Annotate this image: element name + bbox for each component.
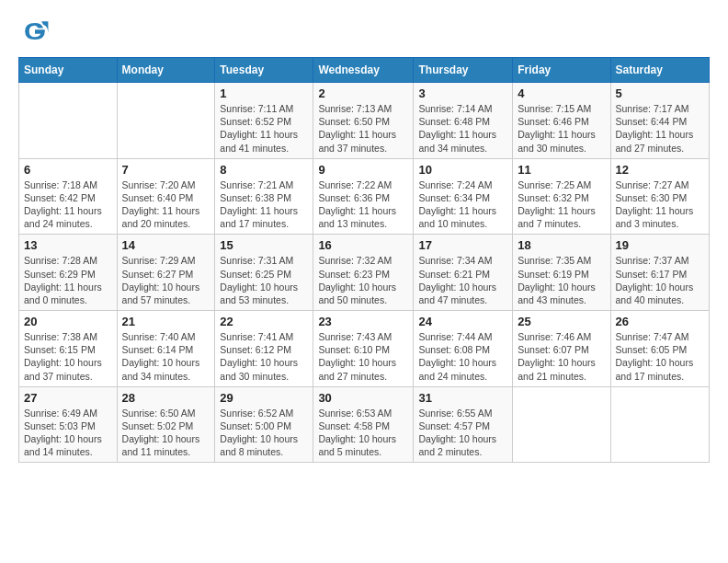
logo	[18, 15, 55, 48]
calendar-header: SundayMondayTuesdayWednesdayThursdayFrid…	[19, 58, 710, 83]
day-number: 23	[318, 315, 408, 328]
day-info: Sunrise: 6:50 AM Sunset: 5:02 PM Dayligh…	[122, 407, 210, 459]
day-number: 3	[418, 86, 507, 100]
calendar-cell	[610, 386, 710, 463]
day-number: 15	[220, 238, 308, 252]
day-info: Sunrise: 7:24 AM Sunset: 6:34 PM Dayligh…	[418, 178, 507, 231]
calendar-cell: 25Sunrise: 7:46 AM Sunset: 6:07 PM Dayli…	[513, 311, 610, 387]
calendar-cell: 5Sunrise: 7:17 AM Sunset: 6:44 PM Daylig…	[610, 83, 710, 159]
day-info: Sunrise: 7:22 AM Sunset: 6:36 PM Dayligh…	[318, 178, 408, 231]
calendar-week-row: 1Sunrise: 7:11 AM Sunset: 6:52 PM Daylig…	[19, 83, 710, 159]
header-day: Monday	[117, 58, 215, 83]
calendar-cell: 8Sunrise: 7:21 AM Sunset: 6:38 PM Daylig…	[215, 158, 313, 235]
calendar-week-row: 13Sunrise: 7:28 AM Sunset: 6:29 PM Dayli…	[19, 235, 710, 311]
day-number: 8	[220, 163, 308, 177]
day-number: 13	[24, 238, 112, 252]
day-info: Sunrise: 7:27 AM Sunset: 6:30 PM Dayligh…	[616, 178, 705, 231]
calendar-cell: 31Sunrise: 6:55 AM Sunset: 4:57 PM Dayli…	[414, 386, 513, 463]
day-info: Sunrise: 7:35 AM Sunset: 6:19 PM Dayligh…	[518, 254, 605, 306]
day-number: 25	[518, 315, 605, 328]
calendar-cell: 29Sunrise: 6:52 AM Sunset: 5:00 PM Dayli…	[215, 386, 313, 463]
day-info: Sunrise: 7:44 AM Sunset: 6:08 PM Dayligh…	[418, 330, 507, 383]
day-info: Sunrise: 6:53 AM Sunset: 4:58 PM Dayligh…	[318, 407, 408, 459]
calendar-cell: 4Sunrise: 7:15 AM Sunset: 6:46 PM Daylig…	[513, 83, 610, 159]
day-info: Sunrise: 7:28 AM Sunset: 6:29 PM Dayligh…	[24, 254, 112, 306]
day-info: Sunrise: 7:38 AM Sunset: 6:15 PM Dayligh…	[24, 330, 112, 383]
day-number: 26	[616, 315, 705, 328]
day-number: 22	[220, 315, 308, 328]
header-row: SundayMondayTuesdayWednesdayThursdayFrid…	[19, 58, 710, 83]
day-number: 24	[418, 315, 507, 328]
calendar-cell: 28Sunrise: 6:50 AM Sunset: 5:02 PM Dayli…	[117, 386, 215, 463]
header-day: Wednesday	[313, 58, 414, 83]
calendar-cell: 20Sunrise: 7:38 AM Sunset: 6:15 PM Dayli…	[19, 311, 118, 387]
calendar-week-row: 20Sunrise: 7:38 AM Sunset: 6:15 PM Dayli…	[19, 311, 710, 387]
calendar-cell	[19, 83, 118, 159]
calendar-cell: 24Sunrise: 7:44 AM Sunset: 6:08 PM Dayli…	[414, 311, 513, 387]
day-info: Sunrise: 7:40 AM Sunset: 6:14 PM Dayligh…	[122, 330, 210, 383]
main-container: SundayMondayTuesdayWednesdayThursdayFrid…	[0, 0, 728, 477]
day-info: Sunrise: 7:13 AM Sunset: 6:50 PM Dayligh…	[318, 102, 408, 155]
day-number: 4	[518, 86, 605, 100]
calendar-cell: 21Sunrise: 7:40 AM Sunset: 6:14 PM Dayli…	[117, 311, 215, 387]
day-number: 2	[318, 86, 408, 100]
calendar-table: SundayMondayTuesdayWednesdayThursdayFrid…	[18, 57, 710, 463]
day-info: Sunrise: 7:43 AM Sunset: 6:10 PM Dayligh…	[318, 330, 408, 383]
calendar-body: 1Sunrise: 7:11 AM Sunset: 6:52 PM Daylig…	[19, 83, 710, 463]
day-number: 9	[318, 163, 408, 177]
header	[18, 15, 710, 48]
day-info: Sunrise: 7:25 AM Sunset: 6:32 PM Dayligh…	[518, 178, 605, 231]
calendar-cell: 15Sunrise: 7:31 AM Sunset: 6:25 PM Dayli…	[215, 235, 313, 311]
day-number: 1	[220, 86, 308, 100]
day-number: 30	[318, 391, 408, 405]
day-info: Sunrise: 7:29 AM Sunset: 6:27 PM Dayligh…	[122, 254, 210, 306]
day-info: Sunrise: 7:46 AM Sunset: 6:07 PM Dayligh…	[518, 330, 605, 383]
day-number: 5	[616, 86, 705, 100]
day-info: Sunrise: 7:31 AM Sunset: 6:25 PM Dayligh…	[220, 254, 308, 306]
day-number: 10	[418, 163, 507, 177]
calendar-cell: 10Sunrise: 7:24 AM Sunset: 6:34 PM Dayli…	[414, 158, 513, 235]
day-info: Sunrise: 7:32 AM Sunset: 6:23 PM Dayligh…	[318, 254, 408, 306]
calendar-cell: 27Sunrise: 6:49 AM Sunset: 5:03 PM Dayli…	[19, 386, 118, 463]
day-number: 31	[418, 391, 507, 405]
day-info: Sunrise: 6:52 AM Sunset: 5:00 PM Dayligh…	[220, 407, 308, 459]
calendar-week-row: 6Sunrise: 7:18 AM Sunset: 6:42 PM Daylig…	[19, 158, 710, 235]
header-day: Tuesday	[215, 58, 313, 83]
day-info: Sunrise: 7:21 AM Sunset: 6:38 PM Dayligh…	[220, 178, 308, 231]
day-info: Sunrise: 7:47 AM Sunset: 6:05 PM Dayligh…	[616, 330, 705, 383]
calendar-cell: 3Sunrise: 7:14 AM Sunset: 6:48 PM Daylig…	[414, 83, 513, 159]
calendar-cell: 14Sunrise: 7:29 AM Sunset: 6:27 PM Dayli…	[117, 235, 215, 311]
day-info: Sunrise: 6:55 AM Sunset: 4:57 PM Dayligh…	[418, 407, 507, 459]
calendar-cell: 13Sunrise: 7:28 AM Sunset: 6:29 PM Dayli…	[19, 235, 118, 311]
calendar-cell: 12Sunrise: 7:27 AM Sunset: 6:30 PM Dayli…	[610, 158, 710, 235]
day-info: Sunrise: 7:17 AM Sunset: 6:44 PM Dayligh…	[616, 102, 705, 155]
day-info: Sunrise: 7:11 AM Sunset: 6:52 PM Dayligh…	[220, 102, 308, 155]
header-day: Thursday	[414, 58, 513, 83]
day-number: 14	[122, 238, 210, 252]
header-day: Friday	[513, 58, 610, 83]
day-number: 19	[616, 238, 705, 252]
day-number: 29	[220, 391, 308, 405]
calendar-cell: 18Sunrise: 7:35 AM Sunset: 6:19 PM Dayli…	[513, 235, 610, 311]
day-info: Sunrise: 7:15 AM Sunset: 6:46 PM Dayligh…	[518, 102, 605, 155]
day-info: Sunrise: 7:37 AM Sunset: 6:17 PM Dayligh…	[616, 254, 705, 306]
day-number: 18	[518, 238, 605, 252]
day-number: 17	[418, 238, 507, 252]
day-info: Sunrise: 6:49 AM Sunset: 5:03 PM Dayligh…	[24, 407, 112, 459]
calendar-cell: 2Sunrise: 7:13 AM Sunset: 6:50 PM Daylig…	[313, 83, 414, 159]
day-number: 11	[518, 163, 605, 177]
calendar-cell: 16Sunrise: 7:32 AM Sunset: 6:23 PM Dayli…	[313, 235, 414, 311]
day-info: Sunrise: 7:20 AM Sunset: 6:40 PM Dayligh…	[122, 178, 210, 231]
day-number: 20	[24, 315, 112, 328]
calendar-cell	[117, 83, 215, 159]
day-number: 28	[122, 391, 210, 405]
calendar-cell: 9Sunrise: 7:22 AM Sunset: 6:36 PM Daylig…	[313, 158, 414, 235]
day-number: 7	[122, 163, 210, 177]
calendar-cell: 26Sunrise: 7:47 AM Sunset: 6:05 PM Dayli…	[610, 311, 710, 387]
calendar-cell: 11Sunrise: 7:25 AM Sunset: 6:32 PM Dayli…	[513, 158, 610, 235]
calendar-cell: 17Sunrise: 7:34 AM Sunset: 6:21 PM Dayli…	[414, 235, 513, 311]
calendar-cell: 23Sunrise: 7:43 AM Sunset: 6:10 PM Dayli…	[313, 311, 414, 387]
header-day: Sunday	[19, 58, 118, 83]
day-info: Sunrise: 7:18 AM Sunset: 6:42 PM Dayligh…	[24, 178, 112, 231]
day-number: 12	[616, 163, 705, 177]
